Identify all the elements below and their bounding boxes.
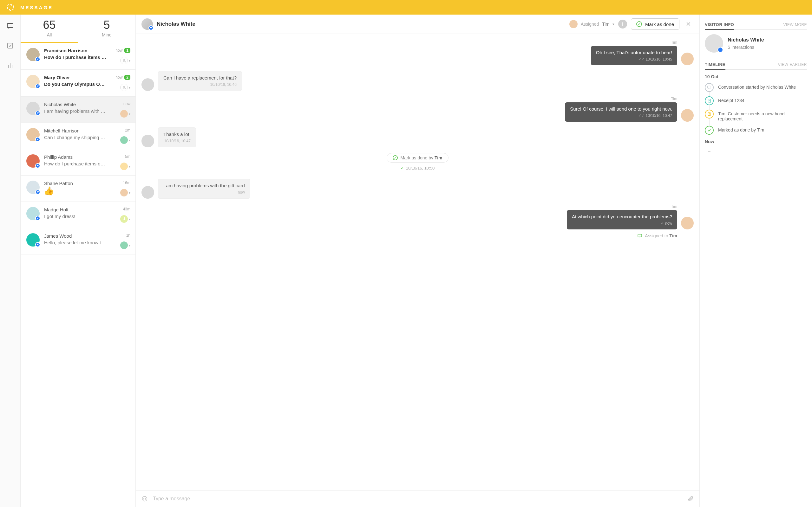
chat-scroll[interactable]: Tim Oh I see, That's unfortunate to hear… [136, 34, 699, 490]
timeline-item[interactable]: Tim: Customer needs a new hood replaceme… [705, 110, 807, 121]
thumbs-up-icon: 👍 [44, 186, 54, 195]
conv-assignee-chip[interactable]: ▾ [120, 83, 131, 91]
svg-rect-13 [708, 86, 711, 88]
conversation-item[interactable]: Shane Patton 👍 16m ▾ [20, 176, 136, 202]
svg-point-12 [145, 498, 146, 499]
timeline-text: Conversation started by Nicholas White [718, 83, 796, 90]
conv-time: now [115, 48, 122, 53]
chevron-down-icon: ▾ [129, 112, 131, 116]
tab-mine[interactable]: 5 Mine [78, 14, 136, 43]
message-avatar [142, 135, 154, 147]
message-author: Tim [671, 97, 677, 101]
nav-messages-icon[interactable] [6, 22, 14, 30]
message-text: I am having problems with the gift card [163, 183, 245, 188]
visitor-interactions: 5 Interactions [728, 45, 764, 50]
conversation-item[interactable]: Phillip Adams How do I purchase items on… [20, 149, 136, 176]
chevron-down-icon: ▾ [129, 217, 131, 221]
conv-assignee-chip[interactable]: ▾ [120, 57, 131, 64]
message-bubble: Thanks a lot! 10/10/16, 10:47 [158, 127, 196, 147]
message-meta: 10/10/16, 10:46 [163, 82, 237, 87]
message-out: Tim Sure! Of course. I will send one to … [142, 97, 694, 122]
timeline-item[interactable]: Conversation started by Nicholas White [705, 83, 807, 92]
conv-assignee-chip[interactable]: T ▾ [120, 163, 131, 170]
conv-time: 2m [125, 128, 131, 132]
timeline-receipt-icon [705, 96, 714, 105]
message-text: Can I have a replacement for that? [163, 75, 237, 80]
conversation-item[interactable]: Mitchell Harrison Can I change my shippi… [20, 123, 136, 149]
composer [136, 490, 699, 507]
done-separator: Mark as done by Tim [142, 153, 694, 163]
conv-assignee-chip[interactable]: ▾ [120, 189, 131, 196]
view-more-link[interactable]: VIEW MORE [783, 22, 807, 27]
conv-time: now [123, 102, 131, 106]
composer-input[interactable] [153, 496, 682, 502]
messenger-badge-icon [35, 163, 40, 168]
timeline-item[interactable]: Marked as done by Tim [705, 126, 807, 135]
messenger-badge-icon [35, 111, 40, 116]
assigned-dropdown[interactable]: Assigned Tim ▾ [569, 20, 614, 28]
conversation-item[interactable]: Madge Holt I got my dress! 43m J ▾ [20, 202, 136, 228]
emoji-icon[interactable] [142, 496, 148, 502]
assignee-avatar [120, 189, 128, 196]
conversation-item[interactable]: Mary Oliver Do you carry Olympus OM… now… [20, 70, 136, 97]
timeline-date: 10 Oct [705, 74, 807, 79]
message-author: Tim [671, 40, 677, 45]
nav-rail [0, 14, 20, 507]
svg-point-7 [123, 59, 125, 60]
visitor-name: Nicholas White [728, 37, 764, 43]
conversation-list: 65 All 5 Mine Francisco Harrison How do … [20, 14, 136, 507]
conv-assignee-chip[interactable]: J ▾ [120, 215, 131, 223]
mark-done-button[interactable]: Mark as done [631, 18, 679, 30]
chevron-down-icon: ▾ [129, 244, 131, 247]
visitor-summary: Nicholas White 5 Interactions [705, 34, 807, 53]
assignee-avatar [569, 20, 577, 28]
messenger-badge-icon [35, 216, 40, 221]
conv-assignee-chip[interactable]: ▾ [120, 241, 131, 249]
message-bubble: At which point did you encounter the pro… [567, 210, 677, 229]
close-chat-button[interactable]: ✕ [683, 19, 694, 29]
svg-point-8 [123, 86, 125, 88]
nav-tasks-icon[interactable] [6, 42, 14, 49]
conversation-item[interactable]: Nicholas White I am having problems with… [20, 97, 136, 123]
chat-header: Nicholas White Assigned Tim ▾ i Mark as … [136, 14, 699, 34]
conversation-item[interactable]: Francisco Harrison How do I purchase ite… [20, 43, 136, 70]
timeline-text: Marked as done by Tim [718, 126, 764, 132]
conv-name: Shane Patton [44, 181, 108, 186]
info-button[interactable]: i [618, 20, 627, 29]
app-header: MESSAGE [0, 0, 812, 14]
message-avatar [142, 78, 154, 91]
message-author: Tim [671, 205, 677, 209]
assigned-note: Assigned to Tim [142, 233, 694, 238]
visitor-info-title: VISITOR INFO [705, 22, 734, 27]
conv-assignee-chip[interactable]: ▾ [120, 110, 131, 118]
conversation-item[interactable]: James Wood Hello, please let me know t… … [20, 228, 136, 255]
check-circle-icon [636, 21, 642, 27]
message-meta: ✓✓10/10/16, 10:45 [596, 57, 672, 61]
conv-name: Phillip Adams [44, 154, 108, 160]
assignee-unassigned-icon [120, 57, 128, 64]
conv-preview: Do you carry Olympus OM… [44, 81, 107, 87]
info-panel: VISITOR INFO VIEW MORE Nicholas White 5 … [700, 14, 812, 507]
conv-assignee-chip[interactable]: ▾ [120, 136, 131, 144]
message-in: I am having problems with the gift card … [142, 179, 694, 199]
conv-name: Francisco Harrison [44, 48, 108, 53]
tab-all[interactable]: 65 All [20, 14, 78, 43]
attach-icon[interactable] [687, 496, 694, 502]
message-text: At which point did you encounter the pro… [572, 214, 672, 219]
conv-time: now [115, 75, 122, 79]
message-avatar [681, 53, 694, 65]
timeline-title: TIMELINE [705, 62, 725, 67]
timeline-item[interactable]: Receipt 1234 [705, 96, 807, 105]
assignee-avatar [120, 136, 128, 144]
assignee-avatar: J [120, 215, 128, 223]
chevron-down-icon: ▾ [129, 191, 131, 194]
conv-preview: How do I purchase items onlin… [44, 161, 107, 166]
conv-time: 16m [123, 181, 131, 185]
conv-name: Mary Oliver [44, 75, 108, 80]
assignee-unassigned-icon [120, 83, 128, 91]
view-earlier-link[interactable]: VIEW EARLIER [778, 62, 807, 67]
message-out: Tim Oh I see, That's unfortunate to hear… [142, 40, 694, 65]
nav-stats-icon[interactable] [6, 61, 14, 69]
chevron-down-icon: ▾ [129, 86, 131, 89]
conv-name: Nicholas White [44, 102, 108, 107]
